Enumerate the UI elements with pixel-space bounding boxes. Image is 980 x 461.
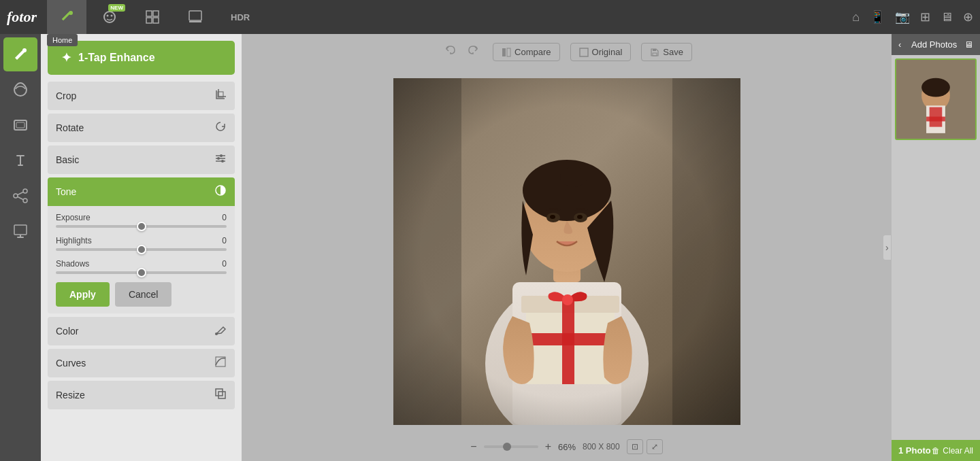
chevron-left-icon: ‹ <box>898 39 901 50</box>
tool-row-curves[interactable]: Curves <box>48 349 235 377</box>
redo-button[interactable] <box>463 41 483 63</box>
mobile-icon[interactable]: 📱 <box>870 10 885 24</box>
add-icon[interactable]: ⊕ <box>963 10 973 24</box>
svg-point-13 <box>23 189 27 193</box>
zoom-slider[interactable] <box>484 445 538 448</box>
monitor-icon[interactable]: 🖥 <box>941 10 953 24</box>
save-button[interactable]: Save <box>641 43 692 61</box>
exposure-slider-group: Exposure 0 <box>56 213 227 228</box>
svg-point-27 <box>215 332 218 335</box>
svg-point-24 <box>217 157 220 160</box>
tool-row-tone[interactable]: Tone <box>48 177 235 206</box>
svg-rect-35 <box>653 49 656 51</box>
tool-row-resize[interactable]: Resize <box>48 381 235 409</box>
design-nav-icon <box>188 10 203 24</box>
nav-tab-edit[interactable] <box>47 0 86 34</box>
rotate-icon <box>214 120 227 135</box>
home-icon[interactable]: ⌂ <box>852 10 860 24</box>
canvas-bottom: − + 66% 800 X 800 ⊡ ⤢ <box>470 439 662 454</box>
right-panel-bottom: 1 Photo 🗑 Clear All <box>892 440 980 461</box>
cancel-button[interactable]: Cancel <box>115 282 172 307</box>
svg-point-3 <box>111 15 113 17</box>
tool-row-color[interactable]: Color <box>48 317 235 345</box>
zoom-in-button[interactable]: + <box>545 441 551 453</box>
curves-icon <box>214 356 227 371</box>
svg-rect-60 <box>926 117 945 122</box>
nav-tab-hdr[interactable]: HDR <box>218 0 262 34</box>
camera-icon[interactable]: 📷 <box>895 10 910 24</box>
canvas-toolbar: Compare Original Save <box>441 41 692 63</box>
svg-rect-54 <box>393 78 740 425</box>
canvas-area: Compare Original Save <box>242 34 892 461</box>
tone-buttons: Apply Cancel <box>56 282 227 307</box>
crop-label: Crop <box>56 90 76 101</box>
collage-nav-icon <box>145 10 160 24</box>
clear-all-label: Clear All <box>943 446 973 456</box>
apply-button[interactable]: Apply <box>56 282 110 307</box>
wand-icon: ✦ <box>61 50 71 65</box>
clear-all-button[interactable]: 🗑 Clear All <box>932 446 973 456</box>
svg-point-1 <box>104 12 115 22</box>
svg-rect-8 <box>189 11 201 20</box>
svg-line-16 <box>18 192 23 195</box>
tool-row-rotate[interactable]: Rotate <box>48 114 235 142</box>
sidebar-item-export[interactable] <box>3 214 37 248</box>
exposure-track[interactable] <box>56 225 227 228</box>
main-photo <box>393 78 740 425</box>
shadows-slider-group: Shadows 0 <box>56 259 227 274</box>
basic-icon <box>214 152 227 167</box>
highlights-thumb[interactable] <box>137 245 146 254</box>
exposure-label: Exposure <box>56 213 91 222</box>
nav-right-icons: ⌂ 📱 📷 ⊞ 🖥 ⊕ <box>852 10 973 24</box>
tool-row-crop[interactable]: Crop <box>48 82 235 110</box>
highlights-value: 0 <box>222 236 227 245</box>
svg-point-57 <box>921 78 950 97</box>
sidebar-item-beauty[interactable] <box>3 73 37 107</box>
original-button[interactable]: Original <box>570 43 632 61</box>
windows-icon[interactable]: ⊞ <box>920 10 930 24</box>
nav-tab-collage[interactable] <box>133 0 172 34</box>
sidebar-item-frames[interactable] <box>3 108 37 142</box>
color-label: Color <box>56 326 78 337</box>
compare-button[interactable]: Compare <box>493 43 559 61</box>
shadows-thumb[interactable] <box>137 268 146 277</box>
sidebar-item-text[interactable] <box>3 143 37 177</box>
image-container <box>248 63 885 439</box>
tone-label: Tone <box>56 186 76 197</box>
tool-row-basic[interactable]: Basic <box>48 146 235 174</box>
sidebar-item-edit[interactable] <box>3 37 37 71</box>
tone-icon <box>214 184 227 199</box>
svg-rect-30 <box>218 392 225 398</box>
trash-icon: 🗑 <box>932 446 940 456</box>
sidebar-item-share[interactable] <box>3 179 37 213</box>
fit-view-button[interactable]: ⊡ <box>627 439 643 454</box>
shadows-track[interactable] <box>56 271 227 274</box>
zoom-thumb[interactable] <box>503 443 511 451</box>
tools-panel: ✦ 1-Tap Enhance Crop Rotate <box>41 34 242 461</box>
collapse-right-panel-button[interactable]: › <box>883 235 891 260</box>
zoom-out-button[interactable]: − <box>470 441 476 453</box>
zoom-percent: 66% <box>558 442 576 452</box>
add-photos-header[interactable]: ‹ Add Photos 🖥 <box>892 34 980 55</box>
image-dimensions: 800 X 800 <box>583 442 620 451</box>
exposure-thumb[interactable] <box>137 222 146 231</box>
fullscreen-button[interactable]: ⤢ <box>647 439 663 454</box>
highlights-track[interactable] <box>56 248 227 251</box>
photo-thumbnails <box>892 55 980 440</box>
nav-tab-beauty[interactable]: NEW <box>90 0 129 34</box>
svg-rect-12 <box>16 122 24 128</box>
resize-label: Resize <box>56 390 85 400</box>
color-icon <box>214 324 227 339</box>
compare-label: Compare <box>514 47 551 57</box>
thumbnail-item[interactable] <box>895 58 977 140</box>
svg-rect-5 <box>153 11 159 16</box>
svg-point-15 <box>23 199 27 203</box>
highlights-slider-group: Highlights 0 <box>56 236 227 251</box>
nav-tab-design[interactable] <box>176 0 215 34</box>
undo-redo-controls <box>441 41 483 63</box>
svg-rect-6 <box>146 18 152 23</box>
undo-button[interactable] <box>441 41 460 63</box>
right-panel: ‹ Add Photos 🖥 1 Photo <box>892 34 980 461</box>
view-buttons: ⊡ ⤢ <box>627 439 663 454</box>
monitor-icon: 🖥 <box>964 39 973 50</box>
